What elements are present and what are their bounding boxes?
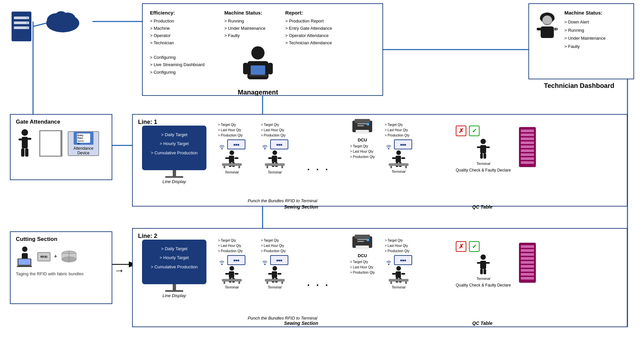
svg-point-133 <box>367 239 369 241</box>
svg-rect-148 <box>480 269 483 274</box>
diagram-container: Efficiency: > Production > Machine > Ope… <box>0 0 644 347</box>
efficiency-item-2: > Machine <box>150 25 204 32</box>
svg-rect-130 <box>356 246 369 250</box>
qc-person-1 <box>474 138 492 160</box>
svg-rect-115 <box>222 279 242 282</box>
line1-qc-action: Quality Check & Faulty Declare <box>456 168 511 173</box>
efficiency-column: Efficiency: > Production > Machine > Ope… <box>150 10 204 76</box>
line1-dcu-info2: > Last Hour Qty <box>350 149 375 154</box>
svg-rect-31 <box>243 63 248 74</box>
svg-rect-59 <box>225 157 229 159</box>
line2-dots: . . . <box>307 278 330 288</box>
svg-point-144 <box>481 254 486 260</box>
wifi-icon-l2-1 <box>218 258 226 265</box>
wifi-icon-3 <box>385 143 393 149</box>
x-mark-2: ✗ <box>456 241 466 252</box>
svg-rect-127 <box>281 282 283 284</box>
svg-rect-45 <box>21 148 24 157</box>
svg-rect-29 <box>251 65 265 75</box>
management-label: Management <box>238 89 278 96</box>
svg-point-57 <box>230 150 234 155</box>
line1-sewing-label: Punch the Bundles RFID to Terminal <box>248 198 317 203</box>
qc-terminal-rack-1 <box>518 126 537 169</box>
svg-rect-110 <box>229 271 234 278</box>
svg-point-81 <box>367 123 369 126</box>
line1-dcu: DCU > Target Qty > Last Hour Qty > Produ… <box>350 117 375 160</box>
svg-rect-125 <box>265 279 285 282</box>
svg-rect-68 <box>272 156 277 162</box>
svg-rect-43 <box>18 138 22 140</box>
attendance-device: Entry Pass Name: ID: Attendance Device <box>68 131 99 156</box>
cutting-person-icon <box>16 246 34 267</box>
wifi-icon-1 <box>218 143 226 149</box>
svg-point-40 <box>554 27 557 31</box>
sewing-person-l2-3 <box>387 266 410 284</box>
svg-rect-97 <box>483 153 486 159</box>
svg-rect-137 <box>392 273 396 275</box>
svg-rect-122 <box>277 273 281 275</box>
svg-rect-60 <box>234 157 238 159</box>
svg-rect-112 <box>234 273 238 275</box>
line1-t2-info2: > Last Hour Qty <box>261 128 288 133</box>
svg-rect-147 <box>486 262 490 264</box>
svg-rect-50 <box>18 259 30 265</box>
svg-rect-120 <box>272 271 277 278</box>
gate-attendance-title: Gate Attendance <box>16 119 106 125</box>
svg-rect-77 <box>355 119 370 123</box>
line1-t2-info3: > Production Qty <box>261 133 288 138</box>
tech-machine-status-title: Machine Status: <box>564 10 626 16</box>
svg-rect-93 <box>480 145 486 153</box>
dcu-icon-1 <box>351 117 374 135</box>
svg-rect-99 <box>521 130 534 132</box>
svg-rect-79 <box>357 123 367 124</box>
wifi-icon-l2-3 <box>385 258 393 265</box>
wifi-icon-2 <box>261 143 269 149</box>
svg-point-109 <box>230 266 234 271</box>
line2-display-label: Line Display <box>142 293 206 298</box>
line1-dcu-info1: > Target Qty <box>350 144 375 149</box>
svg-rect-74 <box>267 166 268 168</box>
cutting-section-title: Cutting Section <box>16 236 106 243</box>
svg-rect-159 <box>521 277 534 280</box>
technician-dashboard-box: Machine Status: > Down Alert > Running >… <box>528 3 634 79</box>
svg-rect-116 <box>224 282 225 284</box>
svg-rect-151 <box>521 245 534 248</box>
rfid-tag: RFID <box>37 252 51 261</box>
svg-rect-121 <box>268 273 272 275</box>
machine-status-title: Machine Status: <box>224 10 266 16</box>
svg-rect-103 <box>521 145 534 148</box>
svg-point-47 <box>22 247 27 252</box>
line1-sewing-section-label: Sewing Section <box>284 204 318 210</box>
line2-dcu-label: DCU <box>350 253 375 258</box>
line1-t1-info2: > Last Hour Qty <box>218 128 245 133</box>
line1-display-label: Line Display <box>142 179 206 184</box>
svg-rect-142 <box>390 282 392 284</box>
svg-rect-85 <box>392 157 396 159</box>
svg-point-36 <box>543 16 552 24</box>
line1-t1-info3: > Production Qty <box>218 133 245 138</box>
svg-rect-156 <box>521 265 534 268</box>
svg-point-83 <box>396 150 401 155</box>
line2-display: > Daily Target > Hourly Target > Cumulat… <box>142 240 206 298</box>
cutting-description: Taging the RFID with fabric bundles <box>16 271 106 276</box>
svg-rect-129 <box>355 235 370 239</box>
svg-rect-58 <box>229 156 234 162</box>
line1-t1-info1: > Target Qty <box>218 122 245 128</box>
svg-point-26 <box>54 11 68 23</box>
wifi-icon-l2-2 <box>261 258 269 265</box>
cutting-section-box: Cutting Section RFID + Taging the R <box>10 231 112 304</box>
svg-rect-70 <box>277 157 281 159</box>
svg-rect-126 <box>267 282 268 284</box>
line2-dcu: DCU > Target Qty > Last Hour Qty > Produ… <box>350 233 375 275</box>
terminal-box-1: ■■■ <box>227 139 245 149</box>
efficiency-item-6: > Live Streaming Dashboard <box>150 61 204 68</box>
line1-title: Line: 1 <box>138 119 622 126</box>
sewing-person-2 <box>263 150 286 168</box>
management-person: Management <box>238 43 278 96</box>
gate-attendance-box: Gate Attendance Entry Pass Name: <box>10 114 112 180</box>
sewing-person-3 <box>387 150 410 168</box>
svg-rect-37 <box>541 26 554 38</box>
cloud-icon <box>43 7 83 34</box>
svg-rect-100 <box>521 134 534 136</box>
svg-rect-80 <box>357 125 364 126</box>
